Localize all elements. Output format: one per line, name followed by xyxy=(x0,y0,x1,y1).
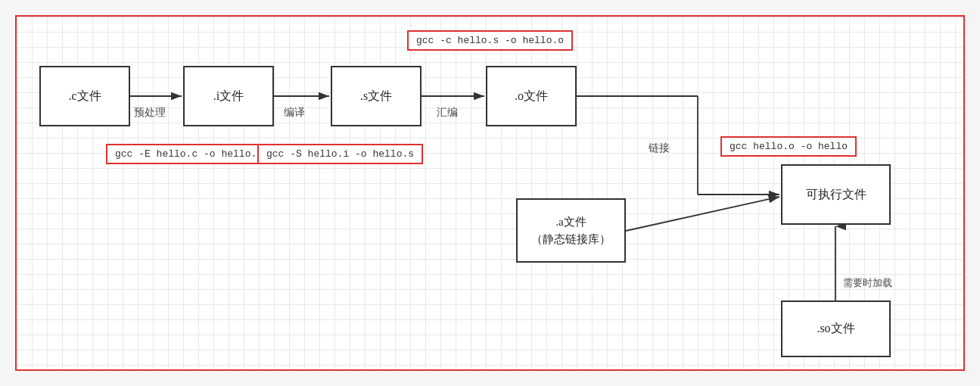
a-file-label: .a文件（静态链接库） xyxy=(531,213,611,247)
svg-line-8 xyxy=(626,197,779,231)
i-file-box: .i文件 xyxy=(183,66,274,126)
preprocess-label: 预处理 xyxy=(134,106,166,120)
c-file-label: .c文件 xyxy=(68,89,101,104)
cmd-gcc-c-box: gcc -c hello.s -o hello.o xyxy=(407,30,573,51)
on-demand-label: 需要时加载 xyxy=(843,276,892,290)
s-file-box: .s文件 xyxy=(331,66,422,126)
main-container: .c文件 .i文件 .s文件 .o文件 可执行文件 .a文件（静态链接库） .s… xyxy=(15,15,965,371)
a-file-box: .a文件（静态链接库） xyxy=(516,198,626,263)
cmd-gcc-s-box: gcc -S hello.i -o hello.s xyxy=(257,144,423,164)
o-file-label: .o文件 xyxy=(515,89,548,104)
c-file-box: .c文件 xyxy=(39,66,130,126)
so-file-label: .so文件 xyxy=(817,321,854,337)
exec-file-label: 可执行文件 xyxy=(806,187,866,203)
s-file-label: .s文件 xyxy=(360,89,392,104)
exec-file-box: 可执行文件 xyxy=(781,164,891,225)
i-file-label: .i文件 xyxy=(213,89,244,104)
diagram: .c文件 .i文件 .s文件 .o文件 可执行文件 .a文件（静态链接库） .s… xyxy=(17,17,963,369)
cmd-gcc-e-box: gcc -E hello.c -o hello.i xyxy=(106,144,272,164)
link-label: 链接 xyxy=(649,142,670,155)
so-file-box: .so文件 xyxy=(781,300,891,357)
o-file-box: .o文件 xyxy=(486,66,577,126)
cmd-gcc-link-box: gcc hello.o -o hello xyxy=(720,136,857,157)
compile-label: 编译 xyxy=(284,106,305,120)
assemble-label: 汇编 xyxy=(437,106,458,120)
